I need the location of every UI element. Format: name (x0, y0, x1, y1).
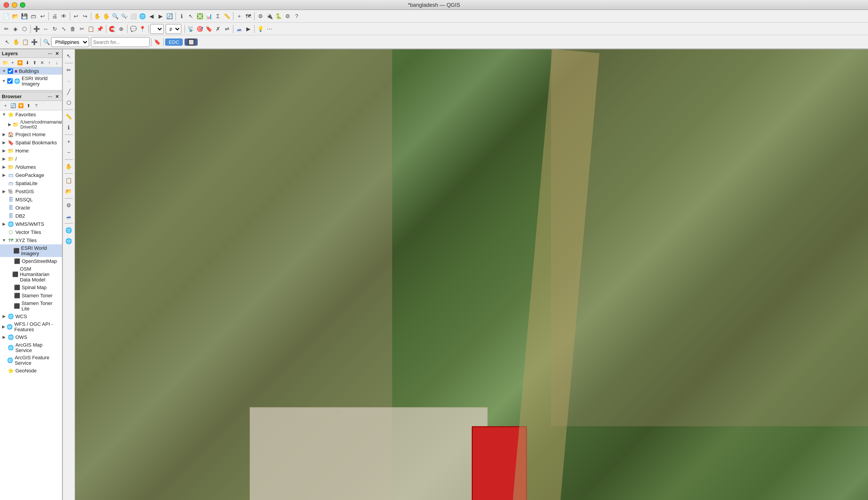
scale-icon[interactable]: ⤡ (59, 24, 68, 33)
pan-tool-btn[interactable]: ✋ (64, 161, 74, 171)
location-select[interactable]: Philippines (51, 37, 89, 47)
browser-item-osm-humanitarian[interactable]: ⬛ OSM Humanitarian Data Model (0, 265, 62, 283)
browser-item-ows[interactable]: ▶ 🌐 OWS (0, 333, 62, 341)
move-up-icon[interactable]: ↑ (46, 59, 53, 66)
plugins-icon[interactable]: 🔌 (265, 12, 274, 21)
settings-icon[interactable]: ⚙ (256, 12, 265, 21)
view3d-icon[interactable]: 🗻 (235, 24, 244, 33)
browser-item-wfs-ogc[interactable]: ▶ 🌐 WFS / OGC API - Features (0, 320, 62, 333)
zoom-next-icon[interactable]: ▶ (156, 12, 165, 21)
pan-icon[interactable]: ✋ (93, 12, 102, 21)
add-raster-icon[interactable]: 🗺 (244, 12, 253, 21)
move-feature-icon[interactable]: ↔ (41, 24, 50, 33)
delete-icon[interactable]: 🗑 (68, 24, 77, 33)
paste-icon[interactable]: 📌 (95, 24, 104, 33)
buildings-checkbox[interactable] (8, 68, 13, 74)
processing-icon[interactable]: ⚙ (283, 12, 292, 21)
undo-icon[interactable]: ↩ (71, 12, 81, 21)
map-area[interactable] (75, 49, 868, 500)
digitize-icon[interactable]: ⬡ (20, 24, 29, 33)
annotation-icon[interactable]: 💬 (129, 24, 138, 33)
bookmark2-icon[interactable]: 🔖 (153, 37, 162, 46)
browser-item-spatial-bookmarks[interactable]: ▶ 🔖 Spatial Bookmarks (0, 138, 62, 147)
save-as-icon[interactable]: 🗃 (29, 12, 38, 21)
browser-options-icon[interactable]: ⋯ (47, 93, 53, 100)
zoom-full-icon[interactable]: 🌐 (138, 12, 147, 21)
browser-item-arcgis-map[interactable]: 🌐 ArcGIS Map Service (0, 341, 62, 354)
plugin2-button[interactable]: 🔲 (185, 38, 198, 45)
layer-item-esri[interactable]: ▼ 🌐 ESRI World Imagery (0, 75, 62, 87)
remove-layer-icon[interactable]: ✕ (39, 59, 46, 66)
save-project-icon[interactable]: 💾 (20, 12, 29, 21)
add-line-btn[interactable]: ╱ (64, 87, 74, 97)
open-project-icon[interactable]: 📂 (11, 12, 20, 21)
layers-close-icon[interactable]: ✕ (54, 50, 60, 57)
edc-button[interactable]: EDC (165, 38, 183, 45)
revert-icon[interactable]: ↩ (38, 12, 47, 21)
globe2-tool-btn[interactable]: 🌐 (64, 236, 74, 246)
globe-tool-btn[interactable]: 🌐 (64, 225, 74, 235)
print-icon[interactable]: 🖨 (50, 12, 59, 21)
browser-item-db2[interactable]: 🗄 DB2 (0, 212, 62, 220)
browser-tool-btn[interactable]: 📂 (64, 186, 74, 196)
tracking-icon[interactable]: 🎯 (195, 24, 205, 33)
maximize-button[interactable] (20, 2, 25, 8)
identify-icon[interactable]: ℹ (177, 12, 186, 21)
move-down-icon[interactable]: ↓ (54, 59, 60, 66)
spatial-bookmark-icon[interactable]: 🔖 (205, 24, 213, 33)
zoom-prev-icon[interactable]: ◀ (147, 12, 156, 21)
add-feature-icon[interactable]: ➕ (32, 24, 41, 33)
browser-item-arcgis-feature[interactable]: 🌐 ArcGIS Feature Service (0, 354, 62, 366)
preview-icon[interactable]: 👁 (59, 12, 68, 21)
browser-item-geopackage[interactable]: ▶ 🗃 GeoPackage (0, 171, 62, 179)
esri-checkbox[interactable] (7, 78, 13, 84)
add-point-btn[interactable]: · (64, 76, 74, 86)
add-icon[interactable]: ➕ (30, 37, 39, 46)
add-layer-layer-icon[interactable]: + (9, 59, 16, 66)
layer-icon[interactable]: 📋 (21, 37, 30, 46)
minimize-button[interactable] (12, 2, 17, 8)
browser-help-icon[interactable]: ? (33, 102, 40, 109)
browser-item-favorites[interactable]: ▼ ⭐ Favorites (0, 111, 62, 118)
browser-item-oracle[interactable]: 🗄 Oracle (0, 204, 62, 212)
new-project-icon[interactable]: 📄 (2, 12, 11, 21)
select-icon[interactable]: ↖ (186, 12, 195, 21)
browser-refresh-icon[interactable]: 🔄 (10, 102, 17, 109)
browser-filter-icon[interactable]: 🔽 (17, 102, 24, 109)
snap-icon[interactable]: 🧲 (108, 24, 117, 33)
add-group-icon[interactable]: 📁 (2, 59, 9, 66)
open-table-icon[interactable]: 📊 (205, 12, 213, 21)
layers-tool-btn[interactable]: 📋 (64, 175, 74, 185)
help-icon[interactable]: ? (292, 12, 301, 21)
browser-close-icon[interactable]: ✕ (54, 93, 60, 100)
gps-icon[interactable]: 📡 (186, 24, 195, 33)
node-tool-icon[interactable]: ◈ (11, 24, 20, 33)
zoom-select-icon[interactable]: ⬜ (129, 12, 138, 21)
processing-tool-btn[interactable]: ⚙ (64, 201, 74, 211)
layer-item-buildings[interactable]: ▼ ■ Buildings (0, 67, 62, 75)
measure-tool-btn[interactable]: 📏 (64, 112, 74, 122)
geocoder-icon[interactable]: 🔍 (42, 37, 51, 46)
browser-item-home[interactable]: ▶ 📁 Home (0, 147, 62, 155)
edit-icon[interactable]: ✏ (2, 24, 11, 33)
rotate-icon[interactable]: ↻ (50, 24, 59, 33)
close-button[interactable] (4, 2, 9, 8)
browser-item-mssql[interactable]: 🗄 MSSQL (0, 195, 62, 204)
unit-select[interactable]: px (165, 24, 181, 34)
add-polygon-btn[interactable]: ⬡ (64, 98, 74, 108)
deselect-features-icon[interactable]: ✗ (213, 24, 222, 33)
pan-map-icon[interactable]: 🖐 (102, 12, 111, 21)
search-input[interactable] (93, 39, 148, 45)
browser-item-google-drive[interactable]: ▶ 📁 /Users/codrinamariaille/Google Drive… (0, 118, 62, 130)
python-icon[interactable]: 🐍 (274, 12, 283, 21)
measure-icon[interactable]: 📏 (222, 12, 232, 21)
advanced-snap-icon[interactable]: ⊕ (117, 24, 126, 33)
zoom-out-icon[interactable]: 🔍- (120, 12, 129, 21)
browser-item-project-home[interactable]: ▶ 🏠 Project Home (0, 130, 62, 138)
expand-all-layers-icon[interactable]: ⬇ (24, 59, 31, 66)
esri-expand-icon[interactable]: ▼ (2, 79, 6, 83)
layers-options-icon[interactable]: ⋯ (47, 50, 53, 57)
select-tool-btn[interactable]: ↖ (64, 51, 74, 61)
zoom-in-tool-btn[interactable]: + (64, 137, 74, 147)
collapse-all-layers-icon[interactable]: ⬆ (31, 59, 38, 66)
